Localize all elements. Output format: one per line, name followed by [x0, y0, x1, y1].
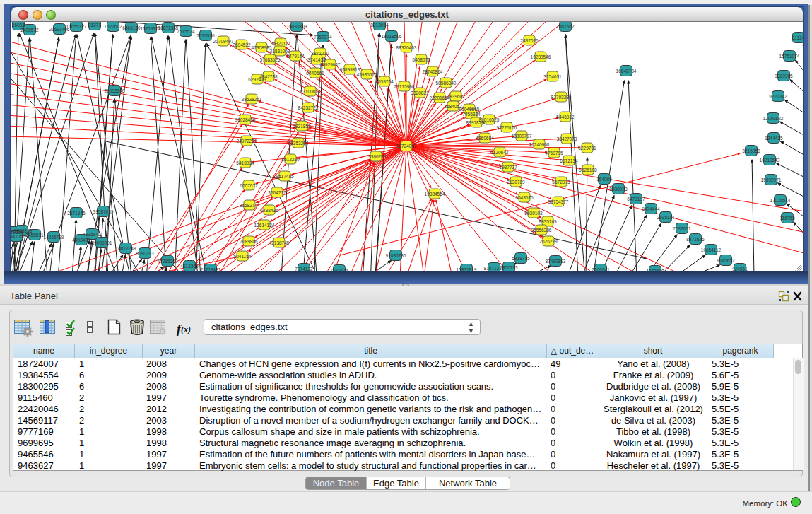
svg-text:6440561: 6440561 — [306, 71, 324, 76]
svg-text:8938923: 8938923 — [609, 187, 628, 192]
svg-text:38538251: 38538251 — [242, 97, 262, 102]
svg-text:45935572: 45935572 — [357, 72, 377, 77]
svg-text:2387662: 2387662 — [556, 24, 575, 29]
svg-text:7374122: 7374122 — [295, 267, 313, 271]
svg-text:4823498: 4823498 — [646, 269, 664, 271]
svg-text:38427073: 38427073 — [557, 136, 577, 141]
svg-text:(x): (x) — [181, 325, 191, 334]
svg-text:7089806: 7089806 — [240, 239, 258, 244]
svg-text:42138745: 42138745 — [269, 240, 290, 245]
svg-text:1120642: 1120642 — [491, 150, 509, 155]
svg-text:8612220: 8612220 — [281, 157, 300, 162]
svg-text:15892971: 15892971 — [761, 177, 782, 182]
svg-text:9329965: 9329965 — [775, 74, 793, 78]
svg-text:6292423: 6292423 — [248, 77, 266, 82]
svg-text:5446912: 5446912 — [556, 115, 575, 119]
svg-text:68800797: 68800797 — [512, 134, 532, 139]
svg-text:7350753: 7350753 — [500, 265, 518, 270]
svg-text:83793389: 83793389 — [551, 95, 572, 100]
svg-text:17016514: 17016514 — [770, 198, 791, 203]
svg-text:84252722: 84252722 — [298, 105, 319, 110]
svg-text:5918715: 5918715 — [512, 256, 530, 261]
svg-text:87490893: 87490893 — [546, 259, 566, 264]
svg-text:2458591: 2458591 — [25, 233, 44, 238]
svg-text:3154051: 3154051 — [543, 74, 562, 79]
svg-text:7357274: 7357274 — [314, 35, 332, 40]
svg-text:15831819: 15831819 — [457, 267, 477, 271]
svg-text:31682744: 31682744 — [240, 203, 260, 208]
svg-text:7632621: 7632621 — [673, 226, 691, 231]
svg-text:60929647: 60929647 — [320, 62, 341, 67]
svg-text:9474444: 9474444 — [642, 206, 660, 211]
svg-text:164095: 164095 — [596, 177, 612, 182]
svg-text:2839607: 2839607 — [447, 94, 465, 99]
svg-text:3215958: 3215958 — [742, 148, 760, 153]
svg-text:16033809: 16033809 — [287, 24, 307, 29]
svg-text:9626108: 9626108 — [579, 168, 597, 173]
svg-text:7515524: 7515524 — [177, 29, 195, 34]
svg-text:10654112: 10654112 — [701, 247, 722, 252]
svg-text:10655327: 10655327 — [66, 24, 87, 29]
svg-text:28740864: 28740864 — [423, 69, 443, 74]
svg-text:3871230: 3871230 — [311, 51, 329, 56]
svg-text:4335942: 4335942 — [83, 232, 101, 237]
svg-text:4903402: 4903402 — [72, 238, 90, 243]
svg-text:6466160: 6466160 — [122, 25, 141, 30]
svg-text:39587039: 39587039 — [93, 209, 114, 214]
svg-text:38754377: 38754377 — [548, 199, 569, 204]
svg-text:16031: 16031 — [12, 23, 25, 28]
svg-text:2166941: 2166941 — [592, 267, 610, 271]
svg-text:15751074: 15751074 — [779, 54, 800, 59]
svg-text:5408072: 5408072 — [412, 57, 430, 62]
svg-text:47295260: 47295260 — [158, 259, 178, 264]
svg-text:63100814: 63100814 — [300, 89, 321, 94]
svg-text:6007072: 6007072 — [240, 183, 258, 188]
svg-text:9245652: 9245652 — [717, 258, 735, 263]
svg-text:97225156: 97225156 — [497, 125, 517, 130]
svg-text:6479197: 6479197 — [627, 197, 645, 201]
svg-text:9517485: 9517485 — [276, 174, 294, 179]
svg-text:12614124: 12614124 — [254, 223, 275, 228]
svg-text:5479144: 5479144 — [286, 54, 305, 59]
svg-text:11124: 11124 — [792, 35, 803, 40]
svg-text:96028436: 96028436 — [235, 117, 256, 122]
svg-text:8935169: 8935169 — [539, 219, 557, 224]
svg-text:4612365: 4612365 — [180, 264, 199, 269]
svg-text:57683626: 57683626 — [260, 57, 281, 62]
svg-text:924561: 924561 — [732, 267, 748, 271]
svg-text:47308985: 47308985 — [252, 45, 272, 50]
svg-text:19300273: 19300273 — [366, 154, 387, 159]
svg-text:18724007: 18724007 — [396, 144, 417, 148]
svg-text:8471626: 8471626 — [686, 237, 705, 242]
svg-text:8813054: 8813054 — [370, 23, 389, 28]
svg-text:58586340: 58586340 — [436, 81, 457, 86]
svg-text:29053346: 29053346 — [105, 88, 125, 93]
svg-text:6229731: 6229731 — [578, 146, 596, 151]
svg-text:81016525: 81016525 — [479, 117, 500, 122]
svg-text:90048665: 90048665 — [459, 107, 480, 112]
svg-text:2437026: 2437026 — [520, 38, 539, 43]
svg-text:5418934: 5418934 — [236, 160, 254, 165]
svg-text:14265799: 14265799 — [44, 235, 64, 240]
svg-text:16210643: 16210643 — [760, 158, 780, 163]
svg-text:81271: 81271 — [88, 23, 101, 28]
svg-text:6672134: 6672134 — [560, 158, 578, 163]
svg-text:88320463: 88320463 — [396, 45, 417, 50]
svg-text:95320121: 95320121 — [271, 41, 291, 46]
svg-text:3741438: 3741438 — [307, 57, 326, 62]
svg-text:1987737: 1987737 — [499, 165, 517, 170]
svg-text:8930103: 8930103 — [524, 211, 543, 216]
svg-text:10872248: 10872248 — [116, 246, 136, 251]
svg-text:5672073: 5672073 — [552, 180, 570, 185]
svg-text:24972279: 24972279 — [237, 139, 257, 144]
svg-text:26240908: 26240908 — [529, 142, 550, 147]
svg-text:1527602: 1527602 — [104, 24, 122, 29]
svg-text:95899313: 95899313 — [340, 67, 360, 72]
svg-text:7455324: 7455324 — [462, 112, 481, 117]
svg-text:4769795: 4769795 — [545, 151, 563, 156]
svg-text:8090293: 8090293 — [136, 251, 154, 256]
svg-text:7022674: 7022674 — [330, 268, 348, 271]
svg-text:7615526: 7615526 — [196, 33, 215, 38]
svg-text:2571945: 2571945 — [67, 211, 86, 216]
svg-text:16648784: 16648784 — [616, 69, 637, 74]
